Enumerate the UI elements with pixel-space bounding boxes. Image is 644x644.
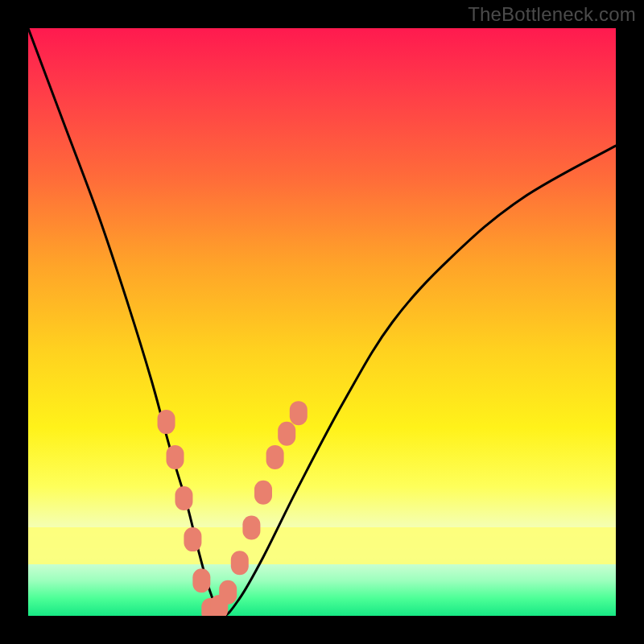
plot-area bbox=[28, 28, 616, 616]
marker-dot bbox=[219, 580, 237, 605]
marker-dot bbox=[231, 551, 249, 575]
salmon-dots bbox=[158, 401, 308, 616]
marker-dot bbox=[266, 445, 284, 469]
marker-dot bbox=[254, 481, 272, 505]
marker-dot bbox=[184, 527, 201, 551]
bottleneck-curve bbox=[28, 28, 616, 616]
marker-dot bbox=[242, 516, 260, 540]
marker-dot bbox=[158, 410, 175, 434]
marker-dot bbox=[192, 568, 210, 592]
marker-dot bbox=[278, 422, 295, 446]
marker-dot bbox=[175, 486, 192, 510]
marker-dot bbox=[290, 401, 308, 425]
watermark-text: TheBottleneck.com bbox=[468, 3, 636, 26]
marker-dot bbox=[167, 445, 184, 469]
chart-frame: TheBottleneck.com bbox=[0, 0, 644, 644]
curve-svg bbox=[28, 28, 616, 616]
